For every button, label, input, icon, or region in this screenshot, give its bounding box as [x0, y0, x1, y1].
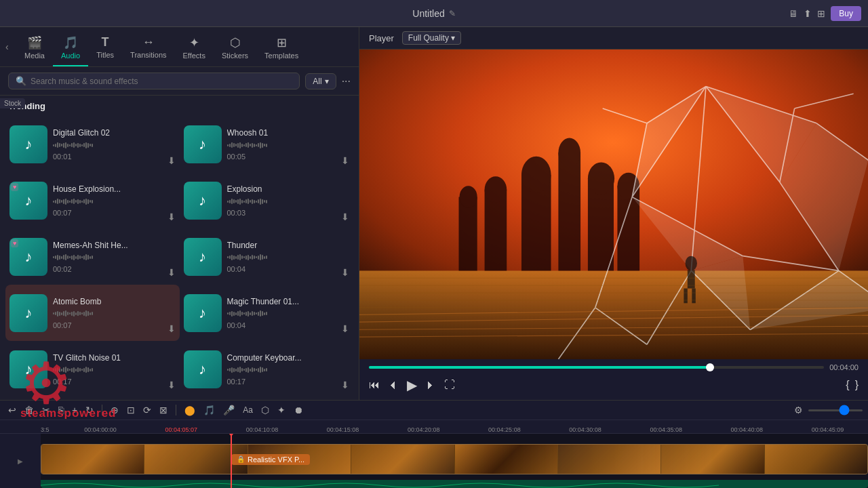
sound-wave-8: [227, 308, 350, 319]
download-button-6[interactable]: ⬇: [341, 267, 349, 278]
download-button-1[interactable]: ⬇: [167, 155, 176, 166]
tab-stickers-label: Stickers: [222, 52, 248, 60]
tab-audio[interactable]: 🎵 Audio: [53, 31, 88, 66]
copy-button[interactable]: ⎘: [56, 403, 66, 417]
download-button-5[interactable]: ⬇: [167, 267, 176, 278]
progress-thumb: [706, 363, 714, 371]
search-input-wrap[interactable]: 🔍: [8, 73, 300, 89]
tab-templates[interactable]: ⊞ Templates: [256, 31, 307, 66]
nav-left-arrow[interactable]: ‹: [5, 41, 9, 52]
sound-item-4[interactable]: ♪Explosion00:03⬇: [180, 173, 354, 229]
sound-item-10[interactable]: ♪Computer Keyboar...00:17⬇: [180, 341, 354, 397]
sound-item-8[interactable]: ♪Magic Thunder 01...00:04⬇: [180, 285, 354, 341]
download-button-3[interactable]: ⬇: [167, 211, 176, 222]
ruler-tick-1: 00:04:00:00: [60, 426, 141, 433]
delete-button[interactable]: 🗑: [22, 403, 37, 417]
ruler-tick-10: 00:04:45:09: [787, 426, 868, 433]
track-header-label: ▶: [18, 458, 23, 465]
timeline-section: ↩ 🗑 ✂ ⎘ + ↻ ⊕ ⊡ ⟳ ⊠ ⬤ 🎵 🎤 Aa ⬡ ✦ ⏺ ⚙ 3:5…: [0, 400, 868, 488]
tab-titles[interactable]: T Titles: [88, 31, 122, 66]
player-bar: Player Full Quality ▾: [359, 27, 868, 49]
zoom-slider[interactable]: [808, 409, 863, 411]
sound-thumb-5: ♪: [9, 238, 47, 276]
in-bracket-button[interactable]: {: [846, 379, 849, 391]
main-content: ‹ 🎬 Media 🎵 Audio T Titles ↔ Transitions…: [0, 27, 868, 400]
timeline-toolbar: ↩ 🗑 ✂ ⎘ + ↻ ⊕ ⊡ ⟳ ⊠ ⬤ 🎵 🎤 Aa ⬡ ✦ ⏺ ⚙: [0, 401, 868, 420]
text-button[interactable]: Aa: [240, 404, 256, 416]
sound-duration-6: 00:04: [227, 265, 350, 273]
video-clip[interactable]: 🔒 Realistic VFX P...: [41, 444, 868, 474]
cut-button[interactable]: ✂: [39, 403, 53, 417]
sticker-button[interactable]: ⬡: [258, 403, 272, 417]
settings-button[interactable]: ⚙: [791, 403, 806, 417]
add-button[interactable]: +: [69, 403, 80, 417]
effects-timeline-button[interactable]: ✦: [275, 403, 288, 417]
sound-item-6[interactable]: ♪Thunder00:04⬇: [180, 229, 354, 285]
sound-item-7[interactable]: ♪Atomic Bomb00:07⬇: [5, 285, 180, 341]
rotate-button[interactable]: ↻: [83, 403, 96, 417]
color-button[interactable]: ⬤: [182, 403, 198, 417]
sound-duration-8: 00:04: [227, 321, 350, 329]
split-button[interactable]: ⊕: [108, 403, 121, 417]
toolbar-divider-1: [102, 405, 102, 415]
ruler-tick-4: 00:04:15:08: [302, 426, 383, 433]
control-buttons: ⏮ ⏴ ▶ ⏵ ⛶ { }: [369, 374, 859, 396]
timeline-ruler: 3:5 00:04:00:00 00:04:05:07 00:04:10:08 …: [0, 420, 868, 434]
top-bar: Untitled ✎ 🖥 ⬆ ⊞ Buy: [0, 0, 868, 27]
search-input[interactable]: [31, 77, 292, 86]
sound-duration-5: 00:02: [53, 265, 176, 273]
transform-button[interactable]: ⊠: [157, 403, 170, 417]
svg-rect-12: [459, 197, 477, 271]
tab-stickers[interactable]: ⬡ Stickers: [214, 31, 256, 66]
step-fwd-button[interactable]: ⏵: [425, 379, 436, 391]
monitor-icon[interactable]: 🖥: [789, 8, 798, 19]
sound-duration-2: 00:05: [227, 152, 350, 161]
out-bracket-button[interactable]: }: [855, 379, 859, 391]
buy-button[interactable]: Buy: [831, 6, 861, 21]
rewind-button[interactable]: ⏮: [369, 379, 380, 391]
download-button-4[interactable]: ⬇: [341, 211, 349, 222]
download-button-8[interactable]: ⬇: [341, 323, 349, 334]
sound-item-1[interactable]: ♪Digital Glitch 0200:01⬇: [5, 117, 180, 173]
crop-button[interactable]: ⊡: [124, 403, 138, 417]
sound-item-5[interactable]: ♪Memes-Ah Shit He...00:02⬇: [5, 229, 180, 285]
more-options-button[interactable]: ···: [342, 75, 351, 87]
filter-dropdown[interactable]: All ▾: [305, 73, 336, 89]
sound-name-6: Thunder: [227, 241, 350, 250]
music-note-icon: ♪: [199, 304, 206, 322]
sound-thumb-9: ♪: [9, 350, 47, 388]
fullscreen-button[interactable]: ⛶: [444, 379, 455, 391]
play-button[interactable]: ▶: [407, 377, 417, 393]
quality-dropdown[interactable]: Full Quality ▾: [402, 31, 461, 45]
tab-effects[interactable]: ✦ Effects: [175, 31, 214, 66]
music-note-icon: ♪: [25, 248, 33, 266]
tab-transitions[interactable]: ↔ Transitions: [122, 31, 174, 66]
mic-button[interactable]: 🎤: [220, 403, 237, 417]
sound-item-3[interactable]: ♪House Explosion...00:07⬇: [5, 173, 180, 229]
app-title: Untitled ✎: [412, 8, 455, 19]
sound-info-3: House Explosion...00:07: [53, 184, 176, 217]
grid-icon[interactable]: ⊞: [817, 8, 825, 19]
progress-bar[interactable]: [369, 366, 824, 369]
search-bar: 🔍 All ▾ ···: [0, 67, 359, 96]
tab-media[interactable]: 🎬 Media: [16, 31, 53, 66]
sound-info-5: Memes-Ah Shit He...00:02: [53, 241, 176, 273]
tab-transitions-label: Transitions: [130, 51, 166, 59]
record-button[interactable]: ⏺: [291, 403, 306, 417]
sound-item-9[interactable]: ♪TV Glitch Noise 0100:17⬇: [5, 341, 180, 397]
download-button-7[interactable]: ⬇: [167, 323, 176, 334]
step-back-button[interactable]: ⏴: [388, 379, 399, 391]
sound-name-7: Atomic Bomb: [53, 297, 176, 306]
svg-point-7: [588, 162, 614, 195]
download-button-9[interactable]: ⬇: [167, 380, 176, 390]
upload-icon[interactable]: ⬆: [804, 8, 812, 19]
audio-button[interactable]: 🎵: [201, 403, 218, 417]
preview-video: [359, 49, 868, 359]
sound-item-2[interactable]: ♪Whoosh 0100:05⬇: [180, 117, 354, 173]
download-button-2[interactable]: ⬇: [341, 155, 349, 166]
download-button-10[interactable]: ⬇: [341, 380, 349, 390]
clip-label-text: Realistic VFX P...: [248, 455, 304, 464]
sound-duration-10: 00:17: [227, 378, 350, 386]
undo-button[interactable]: ↩: [5, 403, 19, 417]
speed-button[interactable]: ⟳: [140, 403, 154, 417]
